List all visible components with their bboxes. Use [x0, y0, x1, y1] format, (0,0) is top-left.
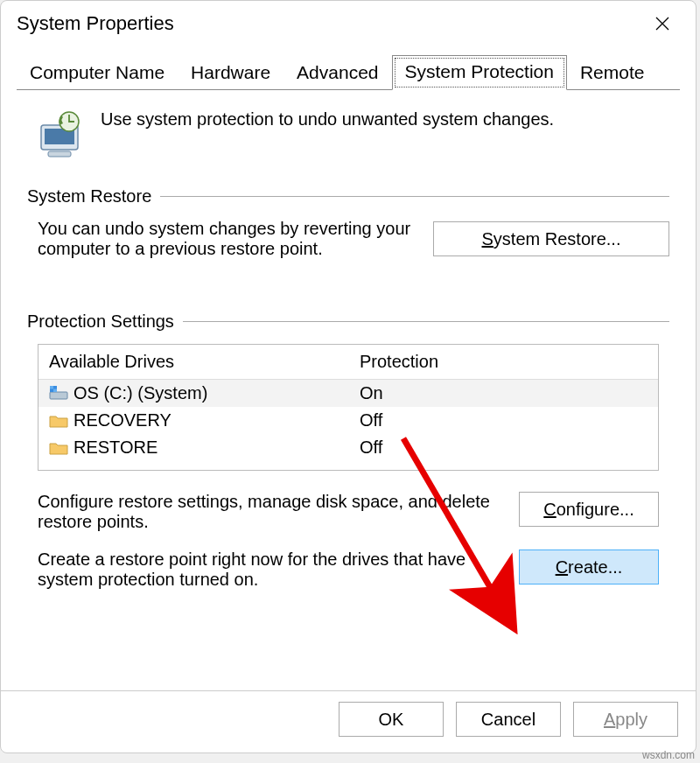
tab-computer-name[interactable]: Computer Name [17, 56, 178, 90]
svg-rect-5 [50, 392, 67, 399]
drive-name: RECOVERY [74, 410, 172, 430]
dialog-footer: OK Cancel Apply [1, 702, 696, 752]
intro-text: Use system protection to undo unwanted s… [101, 106, 554, 130]
tab-system-protection[interactable]: System Protection [392, 55, 567, 90]
create-button[interactable]: Create... [519, 550, 659, 584]
configure-desc: Configure restore settings, manage disk … [38, 492, 493, 532]
titlebar: System Properties [1, 1, 696, 46]
configure-button[interactable]: Configure... [519, 492, 659, 527]
tab-content: Use system protection to undo unwanted s… [1, 90, 696, 682]
cancel-button[interactable]: Cancel [456, 702, 561, 737]
tab-advanced[interactable]: Advanced [284, 56, 391, 90]
drive-protection: Off [360, 410, 648, 430]
folder-icon [49, 440, 68, 456]
tab-remote[interactable]: Remote [567, 56, 658, 90]
create-row: Create a restore point right now for the… [27, 550, 669, 590]
drive-name: OS (C:) (System) [74, 383, 207, 403]
system-properties-window: System Properties Computer Name Hardware… [0, 0, 696, 753]
drives-col-protection: Protection [360, 352, 648, 372]
close-button[interactable] [645, 6, 680, 41]
close-icon [655, 17, 669, 31]
system-restore-heading-text: System Restore [27, 186, 151, 206]
drive-row[interactable]: RECOVERY Off [38, 407, 658, 434]
tab-hardware[interactable]: Hardware [178, 56, 284, 90]
protection-settings-heading-text: Protection Settings [27, 312, 174, 332]
apply-button[interactable]: Apply [573, 702, 678, 737]
protection-settings-heading: Protection Settings [27, 312, 669, 332]
svg-rect-8 [53, 388, 57, 392]
system-restore-heading: System Restore [27, 186, 669, 206]
drive-protection: Off [360, 438, 648, 458]
drive-row[interactable]: OS (C:) (System) On [38, 380, 658, 407]
ok-button[interactable]: OK [339, 702, 444, 737]
system-restore-desc: You can undo system changes by reverting… [38, 219, 416, 259]
drives-col-available: Available Drives [49, 352, 360, 372]
configure-row: Configure restore settings, manage disk … [27, 492, 669, 532]
intro-row: Use system protection to undo unwanted s… [27, 106, 669, 160]
create-desc: Create a restore point right now for the… [38, 550, 493, 590]
tab-strip: Computer Name Hardware Advanced System P… [1, 55, 696, 90]
drive-protection: On [360, 383, 648, 403]
system-protection-icon [34, 109, 87, 160]
system-restore-row: You can undo system changes by reverting… [27, 219, 669, 259]
svg-rect-2 [48, 151, 71, 157]
drives-header: Available Drives Protection [38, 345, 658, 380]
drive-row[interactable]: RESTORE Off [38, 434, 658, 461]
drives-list: Available Drives Protection OS (C:) (Sys… [38, 344, 659, 471]
drive-name: RESTORE [74, 438, 158, 458]
system-restore-button[interactable]: System Restore... [433, 221, 669, 256]
folder-icon [49, 413, 68, 429]
svg-rect-7 [50, 386, 53, 389]
drive-system-icon [49, 386, 68, 402]
window-title: System Properties [17, 12, 174, 35]
watermark: wsxdn.com [642, 749, 695, 761]
